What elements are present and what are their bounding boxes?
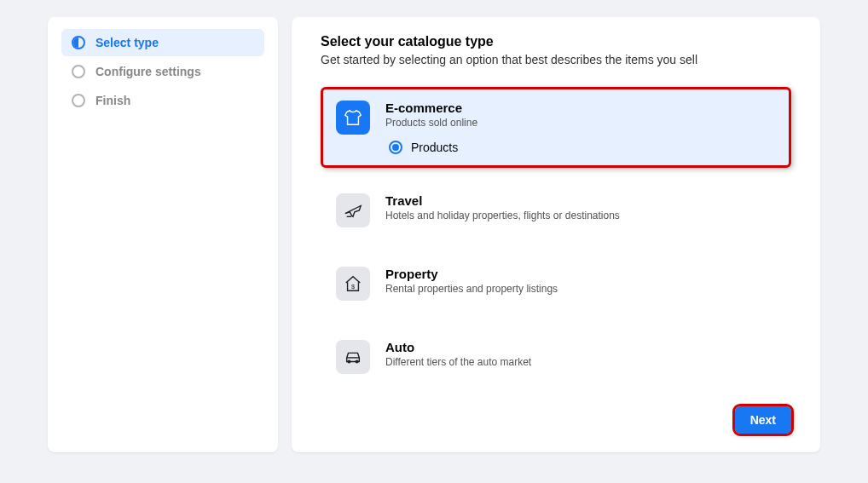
catalogue-options: E-commerce Products sold online Products: [321, 87, 791, 400]
option-radio-products[interactable]: Products: [385, 141, 776, 154]
page-title: Select your catalogue type: [321, 34, 791, 49]
tshirt-icon: [336, 101, 370, 135]
plane-icon: [336, 193, 370, 227]
step-label: Configure settings: [95, 65, 201, 78]
radio-label: Products: [411, 141, 458, 154]
option-travel[interactable]: Travel Hotels and holiday properties, fl…: [321, 180, 791, 241]
main-panel: Select your catalogue type Get started b…: [292, 17, 820, 452]
step-select-type[interactable]: Select type: [61, 29, 264, 56]
step-indicator-icon: [72, 94, 85, 107]
wizard-sidebar: Select type Configure settings Finish: [48, 17, 278, 452]
option-title: E-commerce: [385, 101, 776, 115]
step-configure-settings[interactable]: Configure settings: [61, 58, 264, 85]
option-description: Different tiers of the auto market: [385, 356, 776, 368]
option-property[interactable]: $ Property Rental properties and propert…: [321, 253, 791, 314]
option-ecommerce[interactable]: E-commerce Products sold online Products: [321, 87, 791, 168]
option-title: Auto: [385, 340, 776, 354]
svg-text:$: $: [351, 283, 355, 290]
page-subtitle: Get started by selecting an option that …: [321, 53, 791, 66]
radio-selected-icon: [389, 141, 402, 154]
option-title: Travel: [385, 193, 776, 208]
option-auto[interactable]: Auto Different tiers of the auto market: [321, 326, 791, 388]
step-indicator-icon: [72, 36, 85, 49]
step-indicator-icon: [72, 65, 85, 78]
step-label: Finish: [95, 94, 130, 107]
option-description: Rental properties and property listings: [385, 283, 776, 295]
house-icon: $: [336, 267, 370, 301]
next-button[interactable]: Next: [735, 406, 791, 434]
option-description: Hotels and holiday properties, flights o…: [385, 210, 776, 221]
option-title: Property: [385, 267, 776, 281]
step-label: Select type: [95, 36, 159, 49]
option-description: Products sold online: [385, 117, 776, 129]
car-icon: [336, 340, 370, 374]
step-finish[interactable]: Finish: [61, 87, 264, 114]
